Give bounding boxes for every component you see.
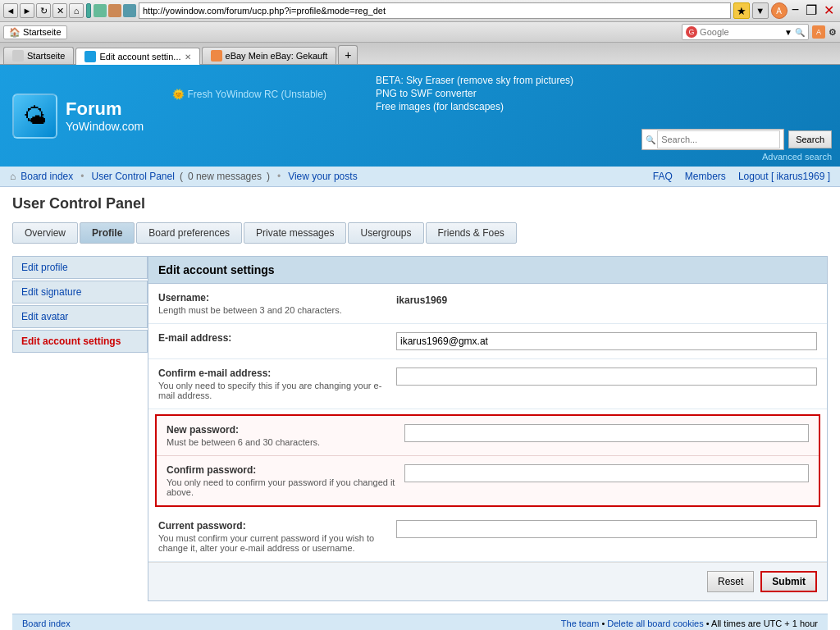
footer-bar: Board index The team • Delete all board … (12, 614, 828, 630)
tab-add-button[interactable]: + (338, 45, 358, 64)
current-password-hint: You must confirm your current password i… (158, 533, 396, 553)
tab-profile[interactable]: Profile (80, 222, 135, 244)
content-header: Edit account settings (148, 257, 827, 284)
username-value: ikarus1969 (396, 292, 817, 306)
tabs-bar: Overview Profile Board preferences Priva… (12, 222, 828, 244)
new-password-input-col (404, 424, 809, 442)
forum-logo: 🌤 Forum YoWindow.com (0, 65, 156, 167)
forum-search-button[interactable]: Search (788, 130, 832, 148)
announcement-unstable: 🌞 Fresh YoWindow RC (Unstable) (172, 89, 326, 100)
tab-board-prefs[interactable]: Board preferences (136, 222, 242, 244)
bookmark-startseite[interactable]: 🏠 Startseite (3, 25, 67, 39)
confirm-password-input[interactable] (404, 464, 809, 482)
footer-team[interactable]: The team (561, 619, 599, 628)
email-input[interactable] (396, 332, 817, 350)
tab-icon-edit (84, 51, 96, 62)
dropdown-button[interactable]: ▼ (752, 2, 769, 19)
forward-button[interactable]: ► (20, 3, 34, 18)
abp-button[interactable]: A (812, 25, 825, 39)
address-input[interactable] (139, 2, 731, 19)
toolbar-right: A − ❐ ✕ (771, 2, 837, 19)
email-label-col: E-mail address: (158, 332, 396, 344)
confirm-email-row: Confirm e-mail address: You only need to… (148, 359, 827, 409)
new-password-label-col: New password: Must be between 6 and 30 c… (167, 424, 404, 447)
tab-usergroups[interactable]: Usergroups (348, 222, 423, 244)
current-password-input[interactable] (396, 520, 817, 538)
search-row: 🔍 Search (156, 124, 840, 152)
confirm-email-input-col (396, 368, 817, 386)
password-section: New password: Must be between 6 and 30 c… (155, 414, 820, 507)
page-wrap: 🌤 Forum YoWindow.com 🌞 Fresh YoWindow RC… (0, 65, 840, 630)
ucp-link[interactable]: User Control Panel (92, 171, 175, 182)
minimize-button[interactable]: − (789, 2, 801, 19)
footer-delete-cookies[interactable]: Delete all board cookies (607, 619, 703, 628)
tab-edit-account[interactable]: Edit account settin... ✕ (75, 48, 199, 65)
sidebar-edit-signature[interactable]: Edit signature (12, 281, 148, 304)
tab-ebay[interactable]: eBay Mein eBay: Gekauft (202, 47, 337, 64)
google-search-input[interactable] (700, 25, 782, 39)
sidebar-edit-avatar[interactable]: Edit avatar (12, 305, 148, 328)
footer-board-index[interactable]: Board index (22, 619, 71, 628)
search-dropdown[interactable]: ▼ (784, 28, 792, 37)
home-button[interactable]: ⌂ (69, 3, 84, 18)
logo-emoji: 🌤 (24, 103, 47, 130)
email-label: E-mail address: (158, 332, 396, 344)
bookmark-icons (94, 4, 136, 17)
confirm-email-input[interactable] (396, 368, 817, 386)
tab-label-startseite: Startseite (27, 51, 65, 61)
forum-search-container: 🔍 (641, 129, 784, 150)
forum-name: Forum (66, 98, 144, 120)
new-password-input[interactable] (404, 424, 809, 442)
stop-button[interactable]: ✕ (52, 3, 67, 18)
view-posts-link[interactable]: View your posts (288, 171, 358, 182)
search-go[interactable]: 🔍 (795, 28, 805, 37)
ann-line-3: Free images (for landscapes) (376, 101, 573, 112)
star-button[interactable]: ★ (733, 2, 750, 19)
new-messages-num: 0 new messages (188, 171, 262, 182)
current-password-row: Current password: You must confirm your … (148, 512, 827, 562)
logout-label: Logout (738, 171, 769, 182)
tab-startseite[interactable]: Startseite (3, 47, 74, 64)
reload-button[interactable]: ↻ (36, 3, 51, 18)
adblock-button[interactable]: A (771, 2, 788, 19)
submit-button[interactable]: Submit (760, 571, 817, 592)
footer-timezone: All times are UTC + 1 hour (711, 619, 818, 628)
close-bracket: ] (828, 171, 830, 182)
sidebar-edit-profile[interactable]: Edit profile (12, 256, 148, 279)
confirm-password-label-col: Confirm password: You only need to confi… (167, 464, 404, 497)
logout-link[interactable]: Logout [ ikarus1969 ] (738, 171, 830, 182)
sidebar-edit-account[interactable]: Edit account settings (12, 330, 148, 353)
bookmark-3 (123, 4, 136, 17)
close-button[interactable]: ✕ (821, 2, 837, 19)
browser-chrome: ◄ ► ↻ ✕ ⌂ ★ ▼ A − ❐ ✕ 🏠 Startseite (0, 0, 840, 65)
search-engine-icon: G (686, 26, 697, 38)
forum-search-input[interactable] (657, 130, 780, 148)
tab-close-edit[interactable]: ✕ (185, 52, 191, 62)
tools-button[interactable]: ⚙ (829, 27, 837, 38)
breadcrumb-bar: ⌂ Board index • User Control Panel (0 ne… (0, 167, 840, 187)
logo-icon: 🌤 (12, 94, 57, 139)
faq-link[interactable]: FAQ (653, 171, 673, 182)
members-link[interactable]: Members (685, 171, 726, 182)
current-password-input-col (396, 520, 817, 538)
new-password-label: New password: (167, 424, 404, 436)
confirm-password-row: Confirm password: You only need to confi… (157, 456, 819, 505)
reset-button[interactable]: Reset (707, 571, 754, 592)
browser-toolbar: ◄ ► ↻ ✕ ⌂ ★ ▼ A − ❐ ✕ (0, 0, 840, 22)
tab-friends-foes[interactable]: Friends & Foes (426, 222, 517, 244)
forum-announcements: 🌞 Fresh YoWindow RC (Unstable) BETA: Sky… (156, 65, 840, 124)
board-index-link[interactable]: Board index (21, 171, 73, 182)
tab-overview[interactable]: Overview (12, 222, 78, 244)
tab-private-messages[interactable]: Private messages (244, 222, 346, 244)
search-icon: 🔍 (646, 135, 655, 144)
new-password-hint: Must be between 6 and 30 characters. (167, 437, 404, 447)
back-button[interactable]: ◄ (3, 3, 18, 18)
restore-button[interactable]: ❐ (803, 2, 819, 19)
bookmark-1 (94, 4, 107, 17)
username-row: Username: Length must be between 3 and 2… (148, 284, 827, 324)
search-engine-input: G ▼ 🔍 (682, 24, 809, 40)
header-top: 🌞 Fresh YoWindow RC (Unstable) BETA: Sky… (156, 65, 840, 124)
content-panel: Edit account settings Username: Length m… (148, 256, 828, 601)
breadcrumb-left: ⌂ Board index • User Control Panel (0 ne… (10, 171, 358, 182)
advanced-search-link[interactable]: Advanced search (156, 152, 840, 167)
